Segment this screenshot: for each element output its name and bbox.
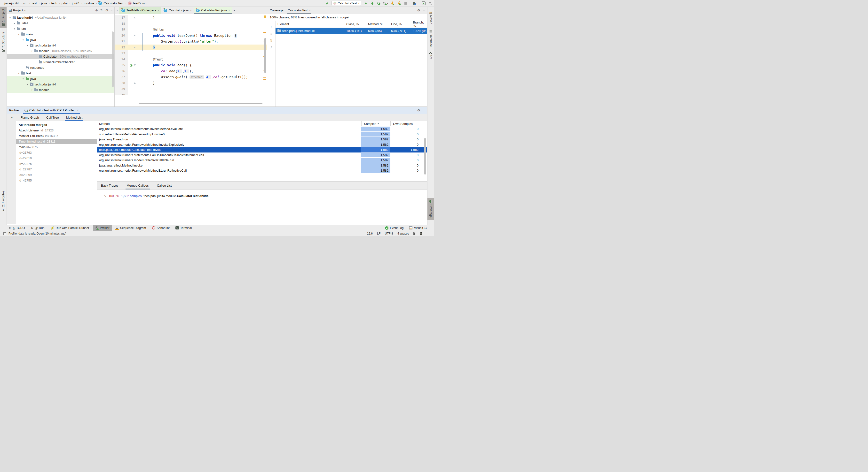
gear-icon[interactable]: ⚙	[105, 8, 108, 12]
toolwindow-button[interactable]: ⚡ Run with Parallel Runner	[48, 225, 91, 231]
toolwindow-button[interactable]: Profiler	[93, 225, 112, 231]
method-row[interactable]: org.junit.internal.runners.model.Reflect…	[97, 158, 427, 163]
indent-setting[interactable]: 4 spaces	[397, 232, 409, 235]
sort-icon[interactable]: ⇅	[270, 39, 273, 42]
fold-marker-icon[interactable]	[134, 64, 136, 66]
tree-row[interactable]: ▾ main	[7, 31, 114, 37]
tree-row[interactable]: ▾ module 100% classes, 63% lines cov	[7, 48, 114, 54]
thread-row[interactable]: Time-limited test id=23811	[16, 139, 97, 144]
sidebar-item-favorites[interactable]: 2: Favorites ★	[0, 189, 6, 214]
editor-vertical-scrollbar[interactable]	[265, 38, 266, 73]
close-icon[interactable]: ×	[190, 9, 192, 12]
tree-row[interactable]: ▾ test	[7, 70, 114, 76]
method-row[interactable]: java.lang.reflect.Method.invoke 1,582 0	[97, 163, 427, 168]
tree-row[interactable]: resources	[7, 65, 114, 70]
line-number[interactable]: 20	[115, 33, 128, 39]
method-row[interactable]: tech.pdai.junit4.module.CalculatorTest.d…	[97, 147, 427, 153]
breadcrumb-item[interactable]: tech	[51, 1, 57, 5]
toolwindow-button[interactable]: SonarLint	[150, 225, 172, 231]
caret-position[interactable]: 22:6	[367, 232, 373, 235]
editor-tab[interactable]: C Calculator.java ×	[161, 7, 194, 14]
line-separator[interactable]: LF	[377, 232, 380, 235]
close-icon[interactable]: ×	[115, 9, 119, 12]
tree-expand-icon[interactable]: ▾	[9, 16, 11, 19]
code-line[interactable]: 30	[115, 92, 267, 95]
line-number[interactable]: 30	[115, 92, 128, 95]
code-line[interactable]: 26 cal.add(2,2);	[115, 68, 267, 74]
tree-expand-icon[interactable]: ▾	[31, 50, 33, 52]
close-icon[interactable]: ×	[77, 109, 79, 112]
close-icon[interactable]: ×	[228, 9, 230, 12]
line-number[interactable]: 23	[115, 50, 128, 57]
chevron-down-icon[interactable]: ▾	[24, 9, 26, 12]
profiler-view-tab[interactable]: Flame Graph	[21, 114, 39, 121]
run-button[interactable]	[364, 1, 368, 6]
editor-body[interactable]: 17 } 18	[115, 14, 267, 106]
tree-row[interactable]: ▾ src	[7, 26, 114, 31]
line-number[interactable]: 22	[115, 44, 128, 50]
code-line[interactable]: 28 }	[115, 80, 267, 86]
method-row[interactable]: org.junit.runners.model.FrameworkMethod.…	[97, 142, 427, 147]
tree-row[interactable]: PrimeNumberChecker	[7, 59, 114, 65]
tree-expand-icon[interactable]: ▾	[13, 28, 16, 30]
close-icon[interactable]: ×	[309, 9, 311, 12]
method-row[interactable]: org.junit.internal.runners.statements.Fa…	[97, 153, 427, 158]
tree-row[interactable]: ▾ java	[7, 76, 114, 81]
editor-tab[interactable]: C CalculatorTest.java ×	[194, 7, 232, 14]
breadcrumb-item[interactable]: java	[41, 1, 47, 5]
thread-row[interactable]: id=22787	[16, 167, 97, 172]
breadcrumb-item-method[interactable]: tearDown	[133, 1, 147, 5]
sidebar-item-coverage[interactable]: Coverage	[428, 198, 434, 220]
tree-row[interactable]: ▾ java-junit4 ~/pdai/www/java-junit4	[7, 15, 114, 20]
sidebar-item-structure[interactable]: 7: Structure	[0, 30, 6, 54]
line-number[interactable]: 17	[115, 15, 128, 21]
breadcrumb-item[interactable]: src	[23, 1, 27, 5]
tree-expand-icon[interactable]: ▾	[22, 39, 25, 41]
visualgc-button[interactable]: VisualGC	[409, 226, 427, 230]
run-anything-icon[interactable]	[422, 1, 426, 6]
parallel-run-button[interactable]	[391, 1, 395, 6]
breadcrumb-item[interactable]: test	[32, 1, 37, 5]
fold-marker-icon[interactable]	[134, 47, 136, 48]
tree-row[interactable]: ▾ tech.pdai.junit4	[7, 81, 114, 87]
code-line[interactable]: 25 public void add() {	[115, 62, 267, 68]
profiler-view-tab[interactable]: Call Tree	[46, 114, 59, 121]
error-stripe-mark[interactable]	[264, 32, 266, 33]
build-hammer-icon[interactable]	[325, 1, 329, 6]
line-number[interactable]: 26	[115, 68, 128, 74]
fold-marker-icon[interactable]	[134, 82, 136, 84]
project-scrollbar[interactable]	[112, 31, 114, 87]
profiler-tab[interactable]: CalculatorTest with 'CPU Profiler' ×	[23, 107, 80, 114]
line-number[interactable]: 27	[115, 74, 128, 80]
test-run-icon[interactable]	[130, 64, 132, 67]
editor-tab[interactable]: C TestMethodOrder.java ×	[119, 7, 161, 14]
thread-row[interactable]: id=21763	[16, 150, 97, 156]
external-link-icon[interactable]: ↗	[10, 116, 13, 119]
tree-expand-icon[interactable]: ▾	[18, 72, 20, 74]
error-stripe-mark[interactable]	[264, 15, 266, 18]
up-arrow-icon[interactable]: ↑	[271, 25, 272, 29]
method-row[interactable]: java.lang.Thread.run 1,582 0	[97, 137, 427, 142]
error-stripe-mark[interactable]	[264, 79, 266, 80]
thread-row[interactable]: id=23299	[16, 172, 97, 178]
debug-button[interactable]	[370, 1, 374, 6]
close-icon[interactable]: ×	[157, 9, 159, 12]
column-method-pct[interactable]: Method, %	[366, 21, 389, 28]
tree-row[interactable]: ▾ tech.pdai.junit4	[7, 43, 114, 48]
chevron-down-icon[interactable]: ▾	[387, 2, 388, 5]
toolwindow-button[interactable]: ≡ 6: TODO	[6, 225, 27, 231]
sidebar-item-maven[interactable]: m Maven	[428, 9, 434, 27]
code-line[interactable]: 23	[115, 50, 267, 57]
line-number[interactable]: 21	[115, 38, 128, 44]
profile-button[interactable]: ▾	[383, 2, 388, 5]
thread-row[interactable]: main id=3075	[16, 144, 97, 150]
breadcrumb-item-class[interactable]: CalculatorTest	[103, 1, 123, 5]
project-panel-title[interactable]: Project	[13, 8, 23, 12]
thread-row[interactable]: Monitor Ctrl-Break id=16387	[16, 133, 97, 139]
sidebar-item-ant[interactable]: Ant	[428, 50, 434, 62]
toolwindow-button[interactable]: >_ Terminal	[173, 225, 194, 231]
tree-row[interactable]: ▾ java	[7, 37, 114, 43]
tree-expand-icon[interactable]: ▾	[31, 89, 33, 91]
readonly-lock-icon[interactable]	[413, 233, 415, 235]
column-element[interactable]: Element	[276, 21, 344, 28]
